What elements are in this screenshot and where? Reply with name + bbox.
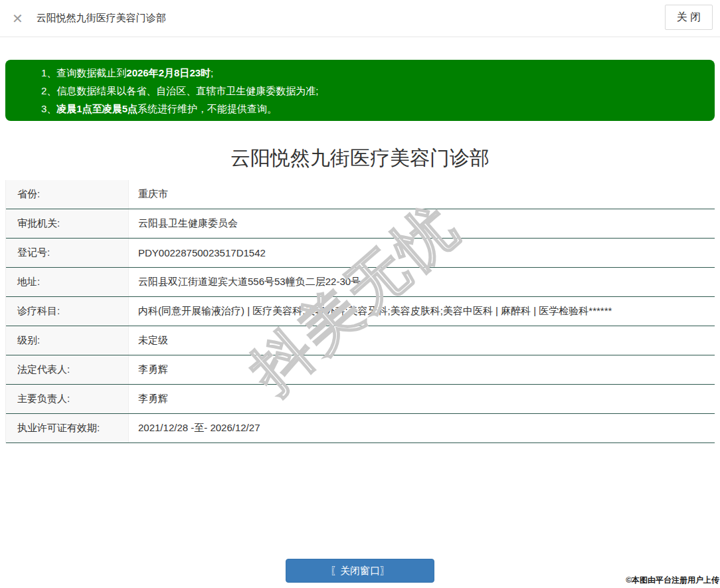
- row-label: 法定代表人:: [6, 355, 129, 384]
- notice-line-3-pre: 3、: [41, 103, 56, 114]
- window-title: 云阳悦然九街医疗美容门诊部: [37, 12, 166, 25]
- row-value: 内科(同意开展输液治疗) | 医疗美容科;美容外科;美容牙科;美容皮肤科;美容中…: [129, 297, 715, 326]
- notice-line-1-pre: 1、查询数据截止到: [41, 67, 126, 78]
- row-value: 云阳县卫生健康委员会: [129, 209, 715, 238]
- notice-line-2: 2、信息数据结果以各省、自治区、直辖市卫生健康委数据为准;: [41, 82, 715, 100]
- close-window-button[interactable]: 〖关闭窗口〗: [286, 559, 434, 583]
- table-row-legal-representative: 法定代表人: 李勇辉: [6, 355, 715, 385]
- row-value: 李勇辉: [129, 355, 715, 384]
- row-value: 云阳县双江街道迎宾大道556号53幢负二层22-30号: [129, 268, 715, 296]
- row-label: 执业许可证有效期:: [6, 414, 129, 442]
- row-value: 李勇辉: [129, 385, 715, 413]
- notice-line-2-pre: 2、信息数据结果以各省、自治区、直辖市卫生健康委数据为准;: [41, 85, 319, 96]
- row-value: 重庆市: [129, 180, 715, 209]
- table-row-registration-number: 登记号: PDY00228750023517D1542: [6, 239, 715, 268]
- notice-line-1: 1、查询数据截止到2026年2月8日23时;: [41, 64, 715, 82]
- table-row-level: 级别: 未定级: [6, 326, 715, 355]
- table-row-approval-authority: 审批机关: 云阳县卫生健康委员会: [6, 209, 715, 239]
- row-label: 主要负责人:: [6, 385, 129, 413]
- row-label: 登记号:: [6, 239, 129, 267]
- row-label: 省份:: [6, 180, 129, 209]
- notice-line-3-post: 系统进行维护，不能提供查询。: [137, 103, 277, 114]
- row-label: 审批机关:: [6, 209, 129, 238]
- table-row-medical-subjects: 诊疗科目: 内科(同意开展输液治疗) | 医疗美容科;美容外科;美容牙科;美容皮…: [6, 297, 715, 326]
- footer-watermark: ©本图由平台注册用户上传: [626, 575, 719, 586]
- table-row-license-validity: 执业许可证有效期: 2021/12/28 -至- 2026/12/27: [6, 414, 715, 443]
- table-row-address: 地址: 云阳县双江街道迎宾大道556号53幢负二层22-30号: [6, 268, 715, 297]
- close-x-icon[interactable]: ✕: [12, 12, 23, 25]
- row-label: 地址:: [6, 268, 129, 296]
- row-value: 2021/12/28 -至- 2026/12/27: [129, 414, 715, 442]
- close-button[interactable]: 关 闭: [665, 5, 713, 30]
- notice-line-1-bold: 2026年2月8日23时: [126, 67, 211, 78]
- query-result-window: ✕ 云阳悦然九街医疗美容门诊部 关 闭 1、查询数据截止到2026年2月8日23…: [0, 0, 720, 588]
- notice-line-3-bold: 凌晨1点至凌晨5点: [56, 103, 137, 114]
- notice-banner: 1、查询数据截止到2026年2月8日23时; 2、信息数据结果以各省、自治区、直…: [5, 60, 715, 121]
- notice-line-1-post: ;: [211, 67, 213, 78]
- row-value: PDY00228750023517D1542: [129, 239, 715, 267]
- page-title: 云阳悦然九街医疗美容门诊部: [0, 145, 720, 172]
- row-label: 诊疗科目:: [6, 297, 129, 326]
- institution-info-table: 省份: 重庆市 审批机关: 云阳县卫生健康委员会 登记号: PDY0022875…: [5, 180, 715, 443]
- row-value: 未定级: [129, 326, 715, 355]
- table-row-province: 省份: 重庆市: [6, 180, 715, 209]
- window-header: ✕ 云阳悦然九街医疗美容门诊部 关 闭: [0, 0, 720, 37]
- table-row-main-person-in-charge: 主要负责人: 李勇辉: [6, 385, 715, 414]
- row-label: 级别:: [6, 326, 129, 355]
- notice-line-3: 3、凌晨1点至凌晨5点系统进行维护，不能提供查询。: [41, 100, 715, 118]
